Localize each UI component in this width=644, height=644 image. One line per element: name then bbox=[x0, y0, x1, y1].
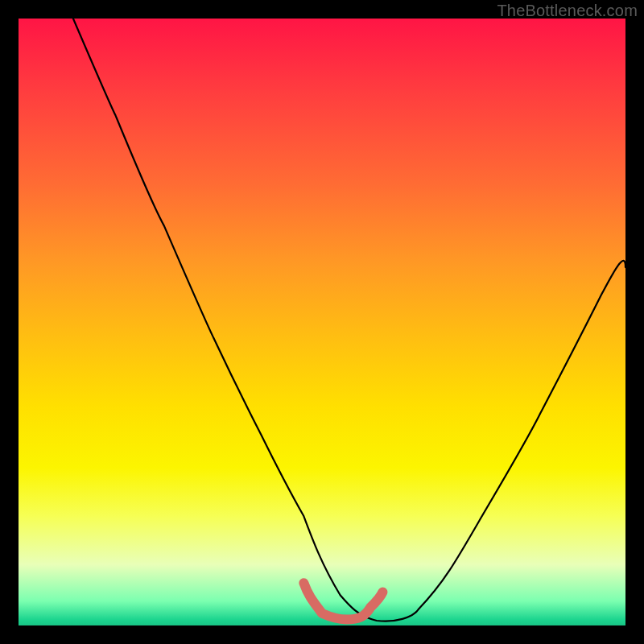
bottleneck-curve bbox=[73, 19, 625, 621]
highlight-segment bbox=[303, 583, 382, 619]
watermark-text: TheBottleneck.com bbox=[497, 2, 638, 20]
curve-layer bbox=[19, 19, 625, 625]
plot-area bbox=[19, 19, 625, 625]
chart-frame: TheBottleneck.com bbox=[0, 0, 644, 644]
